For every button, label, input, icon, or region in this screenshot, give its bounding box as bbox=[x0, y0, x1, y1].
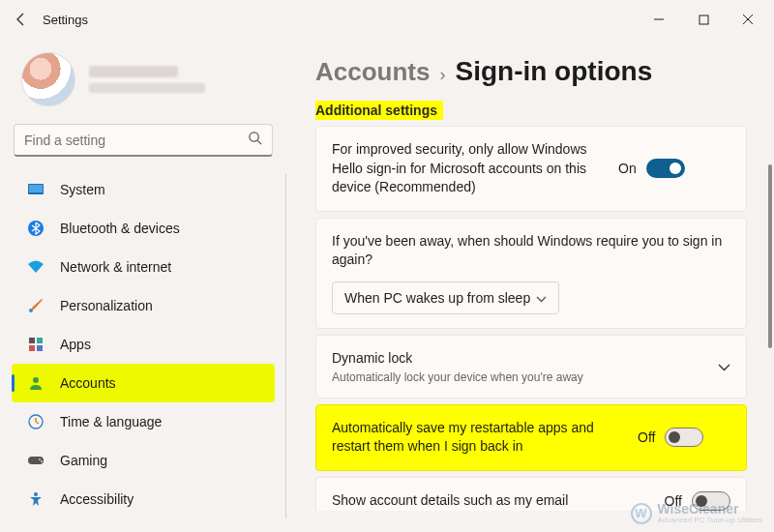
back-button[interactable] bbox=[4, 2, 39, 37]
person-icon bbox=[27, 374, 45, 392]
watermark-brand: WiseCleaner bbox=[658, 502, 763, 516]
card-text: Automatically save my restartable apps a… bbox=[332, 419, 622, 457]
brush-icon bbox=[27, 297, 45, 314]
svg-rect-5 bbox=[29, 185, 43, 192]
toggle-label: Off bbox=[638, 429, 655, 445]
minimize-button[interactable] bbox=[637, 4, 681, 35]
bluetooth-icon bbox=[27, 220, 45, 237]
svg-point-2 bbox=[250, 133, 258, 141]
sidebar-item-label: Accessibility bbox=[60, 491, 134, 507]
card-text: Show account details such as my email bbox=[332, 491, 649, 511]
chevron-down-icon bbox=[536, 290, 547, 306]
card-dynamic-lock[interactable]: Dynamic lock Automatically lock your dev… bbox=[315, 335, 747, 399]
svg-point-12 bbox=[33, 377, 39, 383]
avatar bbox=[21, 52, 75, 106]
maximize-button[interactable] bbox=[681, 4, 726, 35]
breadcrumb-parent[interactable]: Accounts bbox=[315, 57, 430, 87]
apps-icon bbox=[27, 336, 45, 353]
svg-point-17 bbox=[34, 492, 38, 496]
sidebar-item-label: System bbox=[60, 182, 105, 197]
svg-point-16 bbox=[41, 460, 43, 462]
sidebar-item-label: Accounts bbox=[60, 375, 116, 391]
gamepad-icon bbox=[27, 452, 45, 469]
search-icon bbox=[248, 131, 262, 149]
watermark: W WiseCleaner Advanced PC Tune-up Utilit… bbox=[631, 502, 763, 524]
select-value: When PC wakes up from sleep bbox=[344, 290, 530, 306]
svg-point-7 bbox=[29, 309, 33, 312]
close-icon bbox=[742, 14, 754, 25]
page-title: Sign-in options bbox=[455, 56, 652, 87]
toggle-label: On bbox=[618, 161, 637, 176]
globe-clock-icon bbox=[27, 413, 45, 430]
sidebar-item-network[interactable]: Network & internet bbox=[12, 248, 275, 286]
chevron-down-icon bbox=[718, 358, 730, 375]
close-button[interactable] bbox=[726, 4, 770, 35]
wifi-icon bbox=[27, 258, 45, 276]
svg-rect-9 bbox=[37, 338, 43, 343]
sidebar-item-accessibility[interactable]: Accessibility bbox=[12, 480, 275, 518]
system-icon bbox=[27, 181, 45, 198]
section-heading: Additional settings bbox=[315, 101, 443, 120]
sidebar-item-time-language[interactable]: Time & language bbox=[12, 402, 275, 441]
wisecleaner-logo-icon: W bbox=[631, 503, 652, 524]
card-subtitle: Automatically lock your device when you'… bbox=[332, 370, 702, 384]
card-text: For improved security, only allow Window… bbox=[332, 140, 603, 197]
svg-rect-11 bbox=[37, 345, 43, 351]
svg-line-3 bbox=[257, 140, 261, 144]
watermark-tagline: Advanced PC Tune-up Utilities bbox=[658, 516, 763, 524]
search-input[interactable] bbox=[14, 124, 273, 157]
sidebar-item-label: Personalization bbox=[60, 298, 153, 313]
chevron-right-icon: › bbox=[439, 65, 445, 85]
svg-rect-14 bbox=[28, 457, 44, 464]
sidebar-nav: System Bluetooth & devices Network & int… bbox=[0, 170, 286, 518]
arrow-left-icon bbox=[14, 12, 29, 27]
sidebar-item-label: Apps bbox=[60, 337, 91, 352]
user-name-blurred bbox=[89, 66, 205, 93]
card-title: Dynamic lock bbox=[332, 349, 702, 369]
card-text: If you've been away, when should Windows… bbox=[332, 232, 730, 270]
sidebar-item-apps[interactable]: Apps bbox=[12, 325, 275, 364]
sidebar-item-personalization[interactable]: Personalization bbox=[12, 286, 275, 325]
svg-rect-8 bbox=[29, 338, 35, 343]
minimize-icon bbox=[653, 14, 665, 25]
toggle-restart-apps[interactable] bbox=[665, 428, 703, 447]
maximize-icon bbox=[699, 15, 709, 25]
card-windows-hello-only: For improved security, only allow Window… bbox=[315, 126, 747, 212]
svg-rect-10 bbox=[29, 345, 35, 351]
scrollbar-thumb[interactable] bbox=[768, 164, 772, 348]
sidebar-item-system[interactable]: System bbox=[12, 170, 275, 209]
accessibility-icon bbox=[27, 490, 45, 508]
card-restart-apps: Automatically save my restartable apps a… bbox=[315, 404, 747, 471]
window-title: Settings bbox=[43, 13, 88, 27]
sidebar-item-accounts[interactable]: Accounts bbox=[12, 364, 275, 402]
select-require-signin[interactable]: When PC wakes up from sleep bbox=[332, 281, 559, 314]
sidebar-item-gaming[interactable]: Gaming bbox=[12, 441, 275, 480]
sidebar-item-bluetooth[interactable]: Bluetooth & devices bbox=[12, 209, 275, 248]
sidebar-item-label: Bluetooth & devices bbox=[60, 221, 180, 236]
search-field[interactable] bbox=[24, 133, 248, 148]
card-require-signin: If you've been away, when should Windows… bbox=[315, 218, 747, 329]
sidebar-item-label: Network & internet bbox=[60, 259, 171, 275]
sidebar-item-label: Time & language bbox=[60, 414, 162, 429]
toggle-windows-hello[interactable] bbox=[646, 159, 685, 178]
svg-rect-1 bbox=[700, 15, 708, 24]
svg-point-15 bbox=[39, 458, 41, 460]
breadcrumb: Accounts › Sign-in options bbox=[315, 56, 747, 87]
user-profile[interactable] bbox=[0, 46, 286, 124]
sidebar-item-label: Gaming bbox=[60, 453, 107, 468]
